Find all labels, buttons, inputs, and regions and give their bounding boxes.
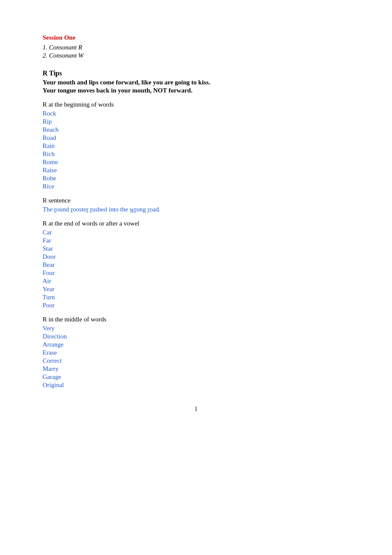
end-word: Bear [43, 261, 349, 269]
middle-word: Original [43, 382, 349, 389]
middle-label: R in the middle of words [43, 316, 349, 323]
beginning-word: Rock [43, 110, 349, 117]
middle-word: Garage [43, 373, 349, 381]
beginning-word: Reach [43, 126, 349, 133]
end-label: R at the end of words or after a vowel [43, 220, 349, 227]
beginning-word: Road [43, 134, 349, 142]
middle-word: Arrange [43, 341, 349, 348]
beginning-word: Rich [43, 150, 349, 158]
beginning-word: Raise [43, 167, 349, 174]
end-words-list: CarFarStarDoorBearFourAirYearTurnPoor [43, 229, 349, 309]
end-word: Car [43, 229, 349, 236]
toc-item-1: 1. Consonant R [43, 44, 349, 51]
beginning-word: Rain [43, 142, 349, 150]
beginning-word: Robe [43, 175, 349, 182]
r-tips-bold-1: Your mouth and lips come forward, like y… [43, 79, 349, 86]
sentence-text: The round rooster rushed into the wrong … [43, 206, 349, 213]
end-word: Year [43, 286, 349, 293]
middle-word: Very [43, 325, 349, 332]
end-word: Four [43, 269, 349, 277]
toc-item-2: 2. Consonant W [43, 52, 349, 59]
end-word: Turn [43, 294, 349, 301]
r-tips-title: R Tips [43, 69, 349, 77]
end-word: Star [43, 245, 349, 252]
sentence-label: R sentence [43, 197, 349, 204]
beginning-words-list: RockRipReachRoadRainRichRomeRaiseRobeRic… [43, 110, 349, 190]
middle-word: Correct [43, 357, 349, 364]
middle-word: Direction [43, 333, 349, 340]
middle-word: Erase [43, 349, 349, 356]
beginning-word: Rome [43, 159, 349, 166]
middle-word: Marry [43, 365, 349, 373]
page-number: 1 [43, 406, 349, 413]
end-word: Air [43, 278, 349, 285]
r-tips-bold-2: Your tongue moves back in your mouth, NO… [43, 87, 349, 94]
middle-words-list: VeryDirectionArrangeEraseCorrectMarryGar… [43, 325, 349, 389]
end-word: Poor [43, 302, 349, 309]
end-word: Far [43, 237, 349, 244]
toc-list: 1. Consonant R 2. Consonant W [43, 44, 349, 59]
beginning-word: Rip [43, 118, 349, 125]
beginning-word: Rice [43, 183, 349, 190]
beginning-label: R at the beginning of words [43, 101, 349, 108]
session-title: Session One [43, 34, 349, 41]
end-word: Door [43, 253, 349, 260]
